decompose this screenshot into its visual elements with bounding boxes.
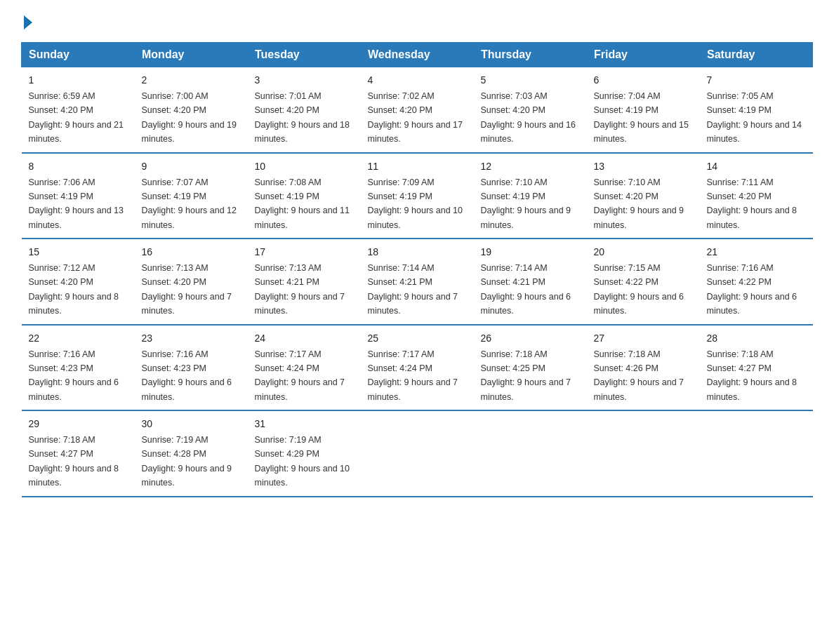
- calendar-table: SundayMondayTuesdayWednesdayThursdayFrid…: [21, 42, 813, 497]
- calendar-day-cell: 26 Sunrise: 7:18 AMSunset: 4:25 PMDaylig…: [474, 325, 587, 411]
- day-number: 17: [255, 245, 354, 260]
- logo: [21, 14, 32, 28]
- calendar-day-cell: 16 Sunrise: 7:13 AMSunset: 4:20 PMDaylig…: [135, 239, 248, 325]
- day-number: 25: [368, 331, 467, 346]
- day-number: 10: [255, 159, 354, 174]
- day-number: 9: [142, 159, 241, 174]
- day-info: Sunrise: 7:16 AMSunset: 4:23 PMDaylight:…: [142, 349, 232, 402]
- calendar-day-cell: 10 Sunrise: 7:08 AMSunset: 4:19 PMDaylig…: [248, 153, 361, 239]
- calendar-day-cell: [361, 410, 474, 497]
- calendar-day-cell: [587, 410, 700, 497]
- calendar-day-cell: 27 Sunrise: 7:18 AMSunset: 4:26 PMDaylig…: [587, 325, 700, 411]
- logo-arrow-icon: [24, 15, 32, 29]
- day-info: Sunrise: 7:00 AMSunset: 4:20 PMDaylight:…: [142, 91, 237, 144]
- page-header: [21, 14, 813, 28]
- calendar-day-cell: 12 Sunrise: 7:10 AMSunset: 4:19 PMDaylig…: [474, 153, 587, 239]
- day-info: Sunrise: 7:13 AMSunset: 4:21 PMDaylight:…: [255, 263, 345, 316]
- day-number: 21: [707, 245, 806, 260]
- day-info: Sunrise: 7:17 AMSunset: 4:24 PMDaylight:…: [255, 349, 345, 402]
- day-number: 26: [481, 331, 580, 346]
- day-info: Sunrise: 7:18 AMSunset: 4:26 PMDaylight:…: [594, 349, 684, 402]
- day-info: Sunrise: 6:59 AMSunset: 4:20 PMDaylight:…: [29, 91, 124, 144]
- day-number: 8: [29, 159, 128, 174]
- calendar-day-cell: 6 Sunrise: 7:04 AMSunset: 4:19 PMDayligh…: [587, 67, 700, 153]
- day-of-week-header: Friday: [587, 43, 700, 67]
- day-number: 23: [142, 331, 241, 346]
- day-number: 30: [142, 417, 241, 431]
- day-info: Sunrise: 7:18 AMSunset: 4:27 PMDaylight:…: [707, 349, 797, 402]
- day-info: Sunrise: 7:17 AMSunset: 4:24 PMDaylight:…: [368, 349, 458, 402]
- calendar-day-cell: 1 Sunrise: 6:59 AMSunset: 4:20 PMDayligh…: [22, 67, 135, 153]
- calendar-day-cell: 28 Sunrise: 7:18 AMSunset: 4:27 PMDaylig…: [700, 325, 813, 411]
- day-number: 19: [481, 245, 580, 260]
- calendar-day-cell: 22 Sunrise: 7:16 AMSunset: 4:23 PMDaylig…: [22, 325, 135, 411]
- day-number: 7: [707, 73, 806, 88]
- day-of-week-header: Thursday: [474, 43, 587, 67]
- calendar-day-cell: 21 Sunrise: 7:16 AMSunset: 4:22 PMDaylig…: [700, 239, 813, 325]
- calendar-day-cell: 20 Sunrise: 7:15 AMSunset: 4:22 PMDaylig…: [587, 239, 700, 325]
- calendar-day-cell: 19 Sunrise: 7:14 AMSunset: 4:21 PMDaylig…: [474, 239, 587, 325]
- calendar-week-row: 8 Sunrise: 7:06 AMSunset: 4:19 PMDayligh…: [22, 153, 813, 239]
- calendar-week-row: 15 Sunrise: 7:12 AMSunset: 4:20 PMDaylig…: [22, 239, 813, 325]
- day-number: 27: [594, 331, 693, 346]
- calendar-day-cell: 9 Sunrise: 7:07 AMSunset: 4:19 PMDayligh…: [135, 153, 248, 239]
- day-of-week-header: Saturday: [700, 43, 813, 67]
- day-number: 3: [255, 73, 354, 88]
- calendar-day-cell: 3 Sunrise: 7:01 AMSunset: 4:20 PMDayligh…: [248, 67, 361, 153]
- day-number: 5: [481, 73, 580, 88]
- calendar-day-cell: 2 Sunrise: 7:00 AMSunset: 4:20 PMDayligh…: [135, 67, 248, 153]
- day-of-week-header: Monday: [135, 43, 248, 67]
- day-info: Sunrise: 7:06 AMSunset: 4:19 PMDaylight:…: [29, 177, 124, 230]
- day-info: Sunrise: 7:16 AMSunset: 4:23 PMDaylight:…: [29, 349, 119, 402]
- calendar-day-cell: 31 Sunrise: 7:19 AMSunset: 4:29 PMDaylig…: [248, 410, 361, 497]
- calendar-day-cell: 25 Sunrise: 7:17 AMSunset: 4:24 PMDaylig…: [361, 325, 474, 411]
- day-number: 20: [594, 245, 693, 260]
- day-number: 1: [29, 73, 128, 88]
- day-info: Sunrise: 7:16 AMSunset: 4:22 PMDaylight:…: [707, 263, 797, 316]
- calendar-day-cell: 11 Sunrise: 7:09 AMSunset: 4:19 PMDaylig…: [361, 153, 474, 239]
- day-info: Sunrise: 7:04 AMSunset: 4:19 PMDaylight:…: [594, 91, 689, 144]
- day-info: Sunrise: 7:11 AMSunset: 4:20 PMDaylight:…: [707, 177, 797, 230]
- day-number: 11: [368, 159, 467, 174]
- day-number: 13: [594, 159, 693, 174]
- day-info: Sunrise: 7:01 AMSunset: 4:20 PMDaylight:…: [255, 91, 350, 144]
- calendar-day-cell: 13 Sunrise: 7:10 AMSunset: 4:20 PMDaylig…: [587, 153, 700, 239]
- day-number: 14: [707, 159, 806, 174]
- day-of-week-header: Wednesday: [361, 43, 474, 67]
- day-number: 28: [707, 331, 806, 346]
- day-of-week-header: Tuesday: [248, 43, 361, 67]
- day-info: Sunrise: 7:10 AMSunset: 4:19 PMDaylight:…: [481, 177, 571, 230]
- calendar-day-cell: 17 Sunrise: 7:13 AMSunset: 4:21 PMDaylig…: [248, 239, 361, 325]
- calendar-day-cell: 29 Sunrise: 7:18 AMSunset: 4:27 PMDaylig…: [22, 410, 135, 497]
- day-number: 24: [255, 331, 354, 346]
- calendar-week-row: 1 Sunrise: 6:59 AMSunset: 4:20 PMDayligh…: [22, 67, 813, 153]
- day-info: Sunrise: 7:14 AMSunset: 4:21 PMDaylight:…: [481, 263, 571, 316]
- day-number: 22: [29, 331, 128, 346]
- day-number: 6: [594, 73, 693, 88]
- calendar-day-cell: 14 Sunrise: 7:11 AMSunset: 4:20 PMDaylig…: [700, 153, 813, 239]
- day-info: Sunrise: 7:08 AMSunset: 4:19 PMDaylight:…: [255, 177, 350, 230]
- day-number: 12: [481, 159, 580, 174]
- calendar-day-cell: 15 Sunrise: 7:12 AMSunset: 4:20 PMDaylig…: [22, 239, 135, 325]
- day-number: 31: [255, 417, 354, 431]
- calendar-day-cell: 23 Sunrise: 7:16 AMSunset: 4:23 PMDaylig…: [135, 325, 248, 411]
- day-info: Sunrise: 7:14 AMSunset: 4:21 PMDaylight:…: [368, 263, 458, 316]
- day-info: Sunrise: 7:18 AMSunset: 4:25 PMDaylight:…: [481, 349, 571, 402]
- day-info: Sunrise: 7:19 AMSunset: 4:29 PMDaylight:…: [255, 435, 350, 488]
- calendar-day-cell: 7 Sunrise: 7:05 AMSunset: 4:19 PMDayligh…: [700, 67, 813, 153]
- calendar-header-row: SundayMondayTuesdayWednesdayThursdayFrid…: [22, 43, 813, 67]
- day-number: 15: [29, 245, 128, 260]
- day-info: Sunrise: 7:19 AMSunset: 4:28 PMDaylight:…: [142, 435, 232, 488]
- day-info: Sunrise: 7:18 AMSunset: 4:27 PMDaylight:…: [29, 435, 119, 488]
- calendar-day-cell: [474, 410, 587, 497]
- day-info: Sunrise: 7:13 AMSunset: 4:20 PMDaylight:…: [142, 263, 232, 316]
- calendar-week-row: 22 Sunrise: 7:16 AMSunset: 4:23 PMDaylig…: [22, 325, 813, 411]
- calendar-day-cell: 8 Sunrise: 7:06 AMSunset: 4:19 PMDayligh…: [22, 153, 135, 239]
- calendar-day-cell: 4 Sunrise: 7:02 AMSunset: 4:20 PMDayligh…: [361, 67, 474, 153]
- day-number: 2: [142, 73, 241, 88]
- calendar-week-row: 29 Sunrise: 7:18 AMSunset: 4:27 PMDaylig…: [22, 410, 813, 497]
- day-of-week-header: Sunday: [22, 43, 135, 67]
- day-number: 4: [368, 73, 467, 88]
- day-info: Sunrise: 7:09 AMSunset: 4:19 PMDaylight:…: [368, 177, 463, 230]
- day-info: Sunrise: 7:02 AMSunset: 4:20 PMDaylight:…: [368, 91, 463, 144]
